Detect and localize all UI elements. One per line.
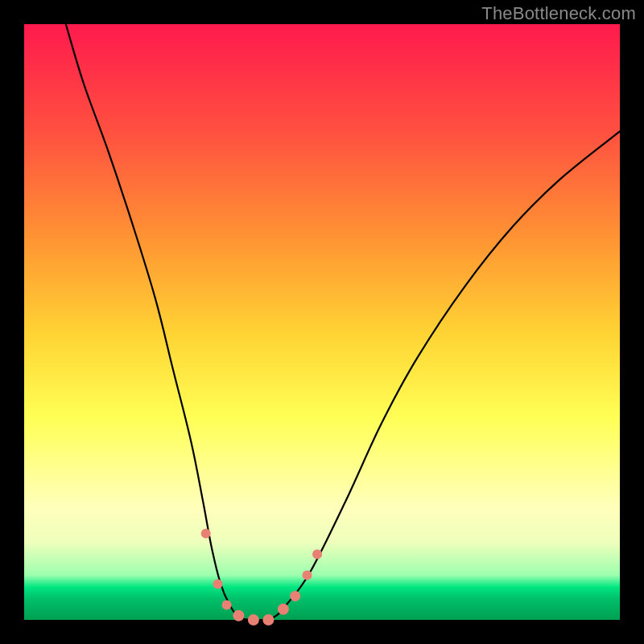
- watermark-text: TheBottleneck.com: [481, 3, 636, 24]
- curve-svg: [24, 24, 620, 620]
- data-marker: [312, 550, 322, 559]
- data-marker: [233, 610, 244, 621]
- chart-frame: TheBottleneck.com: [0, 0, 644, 644]
- data-marker: [278, 604, 289, 615]
- data-marker: [248, 614, 259, 625]
- bottleneck-curve: [66, 24, 620, 620]
- plot-area: [24, 24, 620, 620]
- data-marker: [201, 529, 211, 539]
- data-marker: [262, 614, 274, 625]
- data-marker: [290, 591, 300, 601]
- data-marker: [303, 571, 312, 580]
- data-marker: [213, 580, 223, 589]
- data-marker: [222, 601, 232, 610]
